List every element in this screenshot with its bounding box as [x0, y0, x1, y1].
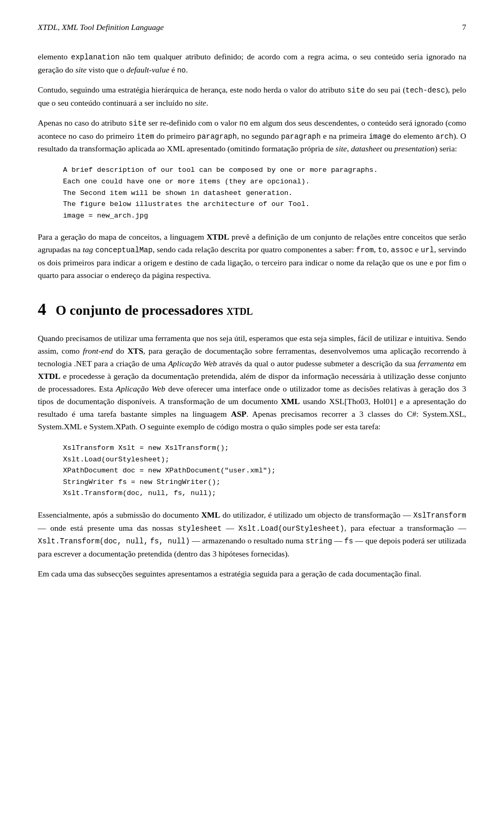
paragraph-7: Em cada uma das subsecções seguintes apr…: [38, 568, 466, 580]
code-line-4: The figure below illustrates the archite…: [63, 200, 310, 208]
code2-line-4: StringWriter fs = new StringWriter();: [63, 478, 220, 486]
p5-xts: XTS: [128, 346, 143, 355]
code-line-2: Each one could have one or more items (t…: [63, 178, 310, 186]
paragraph-5: Quando precisamos de utilizar uma ferram…: [38, 332, 466, 433]
p2-code-tech-desc: tech-desc: [405, 86, 445, 95]
p6-code-transform: Xslt.Transform(doc, null,: [38, 537, 148, 545]
p1-code-explanation: explanation: [71, 53, 119, 61]
section-4-xtdl: xtdl: [227, 303, 253, 318]
p5-it-appweb2: Aplicação Web: [116, 384, 165, 393]
code-block-2: XslTransform Xslt = new XslTransform(); …: [63, 442, 466, 499]
code-line-3: The Second item will be shown in datashe…: [63, 189, 292, 197]
paragraph-2: Contudo, seguindo uma estratégia hierárq…: [38, 84, 466, 109]
p6-code-transform2: fs, null): [150, 537, 190, 545]
p5-it-ferramenta: ferramenta: [418, 359, 454, 368]
p4-xtdl: XTDL: [206, 232, 229, 241]
p5-it-appweb1: Aplicação Web: [168, 359, 217, 368]
p5-asp: ASP: [231, 409, 246, 418]
p6-xml: XML: [201, 510, 220, 519]
p6-code-xsltransform: XslTransform: [413, 511, 466, 520]
code2-line-5: Xslt.Transform(doc, null, fs, null);: [63, 489, 216, 497]
paragraph-3: Apenas no caso do atributo site ser re-d…: [38, 117, 466, 155]
p6-code-fs: fs: [344, 537, 353, 545]
header-title: XTDL, XML Tool Definition Language: [38, 21, 164, 34]
p3-code-image: image: [369, 132, 391, 141]
page: XTDL, XML Tool Definition Language 7 ele…: [0, 0, 504, 814]
p3-code-arch: arch: [436, 132, 454, 141]
p3-code-site: site: [129, 119, 146, 128]
p3-code-item: item: [136, 132, 154, 141]
paragraph-6: Essencialmente, após a submissão do docu…: [38, 509, 466, 560]
page-header: XTDL, XML Tool Definition Language 7: [38, 21, 466, 34]
p1-code-no: no: [177, 66, 186, 75]
p5-it-frontend: front-end: [83, 346, 113, 355]
code-line-1: A brief description of our tool can be c…: [63, 166, 378, 174]
header-page-number: 7: [462, 21, 466, 34]
code-line-5: image = new_arch.jpg: [63, 212, 148, 220]
p4-it-tag: tag: [83, 245, 93, 254]
section-4-title: O conjunto de processadores xtdl: [56, 300, 253, 321]
p2-it-site: site: [195, 98, 206, 107]
code2-line-1: XslTransform Xslt = new XslTransform();: [63, 444, 229, 452]
p3-code-no: no: [239, 119, 248, 128]
p3-it-presentation: presentation: [394, 144, 435, 153]
p4-code-to: to: [378, 246, 387, 254]
paragraph-1: elemento explanation não tem qualquer at…: [38, 50, 466, 76]
section-4-number: 4: [38, 296, 46, 323]
p4-code-url: url: [421, 246, 434, 254]
p4-code-assoc: assoc: [391, 246, 413, 254]
p1-it-default: default-value: [127, 65, 170, 74]
p1-it-site: site: [75, 65, 87, 74]
code2-line-3: XPathDocument doc = new XPathDocument("u…: [63, 467, 276, 475]
section-4-heading: 4 O conjunto de processadores xtdl: [38, 296, 466, 323]
p6-code-string: string: [306, 537, 332, 545]
p4-code-from: from: [356, 246, 374, 254]
code-block-1: A brief description of our tool can be c…: [63, 164, 466, 221]
p1-text: elemento explanation não tem qualquer at…: [38, 52, 466, 74]
p3-it-datasheet: datasheet: [351, 144, 382, 153]
code2-line-2: Xslt.Load(ourStylesheet);: [63, 456, 170, 463]
p6-code-load: Xslt.Load(ourStylesheet): [238, 524, 344, 533]
p3-it-site: site: [335, 144, 347, 153]
p5-xtdl: XTDL: [38, 372, 60, 380]
p6-code-stylesheet: stylesheet: [177, 524, 222, 533]
p2-code-site: site: [347, 86, 365, 95]
paragraph-4: Para a geração do mapa de conceitos, a l…: [38, 231, 466, 282]
p5-xml: XML: [281, 397, 300, 406]
p3-code-paragraph1: paragraph: [197, 132, 237, 141]
p4-code-conceptualmap: conceptualMap: [95, 246, 152, 254]
p3-code-paragraph2: paragraph: [281, 132, 321, 141]
